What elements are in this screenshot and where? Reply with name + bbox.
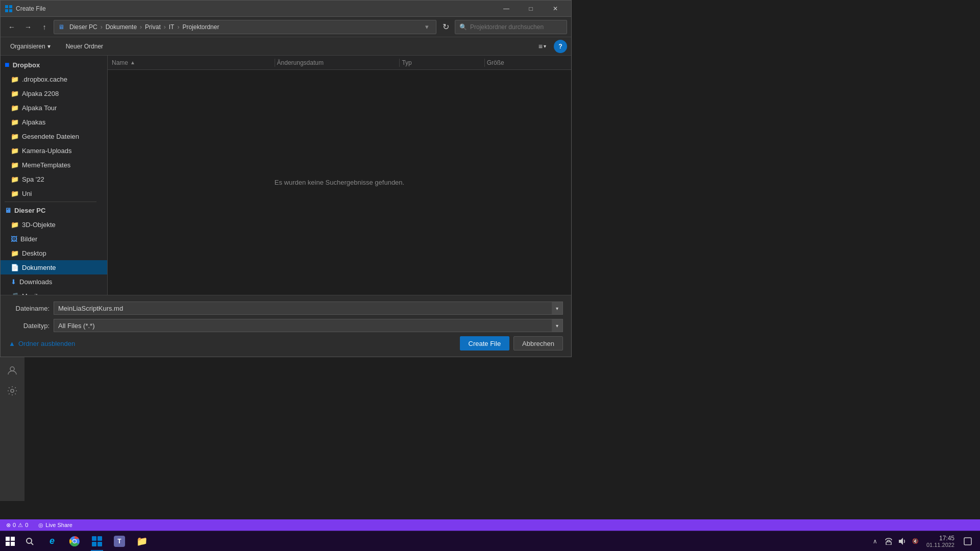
col-header-name[interactable]: Name ▲ <box>112 59 273 66</box>
sidebar-item-alpaka-tour[interactable]: 📁 Alpaka Tour <box>1 101 107 115</box>
sidebar-item-kamera-uploads[interactable]: 📁 Kamera-Uploads <box>1 143 107 158</box>
col-header-type[interactable]: Typ <box>402 59 482 66</box>
search-input[interactable] <box>470 23 562 31</box>
sidebar-item-alpaka-2208[interactable]: 📁 Alpaka 2208 <box>1 86 107 101</box>
col-header-date[interactable]: Änderungsdatum <box>277 59 398 66</box>
svg-rect-7 <box>11 537 15 541</box>
tray-network-icon[interactable] <box>883 535 895 547</box>
window-icon <box>5 5 13 13</box>
refresh-button[interactable]: ↻ <box>438 20 453 34</box>
live-share-icon: ◎ <box>38 522 43 529</box>
svg-point-5 <box>11 389 14 392</box>
col-separator2 <box>399 59 400 67</box>
sidebar-label: Spa '22 <box>22 176 44 183</box>
dropbox-icon: ■ <box>5 60 10 69</box>
folder-icon: 📁 <box>11 90 19 97</box>
status-bar: ⊗ 0 ⚠ 0 ◎ Live Share <box>0 519 980 531</box>
sidebar-label: Dokumente <box>22 264 56 271</box>
status-live-share[interactable]: ◎ Live Share <box>36 519 75 531</box>
sort-icon: ▲ <box>130 60 135 65</box>
tray-clock[interactable]: 17:45 01.11.2022 <box>922 535 959 548</box>
sidebar-item-alpakas[interactable]: 📁 Alpakas <box>1 115 107 129</box>
vscode-account-icon[interactable] <box>3 361 21 380</box>
sidebar-section-dieser-pc[interactable]: 🖥 Dieser PC <box>1 203 107 217</box>
sidebar-item-dokumente[interactable]: 📄 Dokumente <box>1 260 107 274</box>
svg-line-11 <box>31 543 33 545</box>
organize-button[interactable]: Organisieren ▾ <box>5 40 56 53</box>
sidebar-item-uni[interactable]: 📁 Uni <box>1 186 107 201</box>
folder-icon: 📁 <box>11 76 19 83</box>
tray-volume-mute-icon[interactable]: 🔇 <box>909 535 921 547</box>
sidebar-label: Alpaka Tour <box>22 104 57 112</box>
breadcrumb-it[interactable]: IT <box>167 22 177 32</box>
sidebar-item-bilder[interactable]: 🖼 Bilder <box>1 232 107 246</box>
svg-rect-22 <box>964 538 971 545</box>
taskbar-app-explorer[interactable]: 📁 <box>131 531 153 552</box>
status-errors[interactable]: ⊗ 0 ⚠ 0 <box>4 519 30 531</box>
filetype-input[interactable]: All Files (*.*) <box>54 319 563 332</box>
sidebar-item-musik[interactable]: 🎵 Musik <box>1 289 107 295</box>
svg-rect-9 <box>11 542 15 546</box>
forward-button[interactable]: → <box>21 20 35 34</box>
sidebar-item-meme-templates[interactable]: 📁 MemeTemplates <box>1 158 107 172</box>
teams-icon: T <box>114 536 125 547</box>
view-button[interactable]: ≡ ▾ <box>535 40 550 53</box>
breadcrumb-dokumente[interactable]: Dokumente <box>104 22 139 32</box>
search-container: 🔍 <box>455 20 567 34</box>
sidebar-label: Uni <box>22 190 32 197</box>
sidebar-item-dropbox-cache[interactable]: 📁 .dropbox.cache <box>1 72 107 86</box>
cancel-button[interactable]: Abbrechen <box>513 336 563 350</box>
navigation-toolbar: ← → ↑ 🖥 Dieser PC › Dokumente › Privat ›… <box>1 17 571 37</box>
help-button[interactable]: ? <box>554 40 567 53</box>
folder-docs-icon: 📄 <box>11 264 19 271</box>
sidebar-item-3d-objekte[interactable]: 📁 3D-Objekte <box>1 217 107 232</box>
filetype-input-container: All Files (*.*) ▾ <box>54 319 563 332</box>
notification-button[interactable] <box>960 531 976 552</box>
sidebar-item-downloads[interactable]: ⬇ Downloads <box>1 274 107 289</box>
taskbar-app-chrome[interactable] <box>63 531 86 552</box>
filename-input[interactable] <box>54 302 563 315</box>
col-header-size[interactable]: Größe <box>487 59 567 66</box>
pc-icon: 🖥 <box>5 207 11 214</box>
col-type-label: Typ <box>402 59 411 66</box>
filetype-row: Dateityp: All Files (*.*) ▾ <box>9 319 563 332</box>
taskbar-app-teams[interactable]: T <box>108 531 131 552</box>
create-file-button[interactable]: Create File <box>460 336 510 350</box>
folder-toggle[interactable]: ▲ Ordner ausblenden <box>9 338 75 349</box>
col-separator3 <box>484 59 485 67</box>
maximize-button[interactable]: □ <box>519 1 543 17</box>
filename-dropdown-button[interactable]: ▾ <box>552 302 563 315</box>
taskbar-app-edge[interactable]: e <box>41 531 63 552</box>
taskbar-search-button[interactable] <box>20 531 39 552</box>
new-folder-button[interactable]: Neuer Ordner <box>60 40 109 53</box>
window-title: Create File <box>16 5 495 12</box>
sidebar-label: MemeTemplates <box>22 161 70 169</box>
up-button[interactable]: ↑ <box>37 20 52 34</box>
filename-input-container: ▾ <box>54 302 563 315</box>
back-button[interactable]: ← <box>5 20 19 34</box>
filetype-dropdown-button[interactable]: ▾ <box>552 319 563 332</box>
sidebar-dropbox-label: Dropbox <box>13 61 40 69</box>
svg-point-10 <box>27 538 32 543</box>
dialog-window: Create File — □ ✕ ← → ↑ 🖥 Dieser PC › Do… <box>0 0 572 357</box>
sidebar-label: Gesendete Dateien <box>22 133 79 140</box>
close-button[interactable]: ✕ <box>544 1 567 17</box>
sidebar-item-desktop[interactable]: 📁 Desktop <box>1 246 107 260</box>
svg-rect-19 <box>97 542 102 546</box>
breadcrumb-dieser-pc[interactable]: Dieser PC <box>67 22 100 32</box>
breadcrumb-projektordner[interactable]: Projektordner <box>180 22 221 32</box>
folder-icon: 📁 <box>11 133 19 140</box>
minimize-button[interactable]: — <box>495 1 518 17</box>
sidebar-section-dropbox[interactable]: ■ Dropbox <box>1 58 107 72</box>
filetype-label: Dateityp: <box>9 322 50 330</box>
taskbar: e <box>0 531 980 551</box>
vscode-settings-icon[interactable] <box>3 382 21 400</box>
breadcrumb-dropdown-button[interactable]: ▾ <box>422 20 432 34</box>
breadcrumb-privat[interactable]: Privat <box>143 22 163 32</box>
sidebar-item-spa[interactable]: 📁 Spa '22 <box>1 172 107 186</box>
tray-chevron-icon[interactable]: ∧ <box>869 535 881 547</box>
sidebar-item-gesendete-dateien[interactable]: 📁 Gesendete Dateien <box>1 129 107 143</box>
start-button[interactable] <box>0 531 20 552</box>
taskbar-app-vscode[interactable] <box>86 531 108 552</box>
tray-volume-icon[interactable] <box>896 535 908 547</box>
